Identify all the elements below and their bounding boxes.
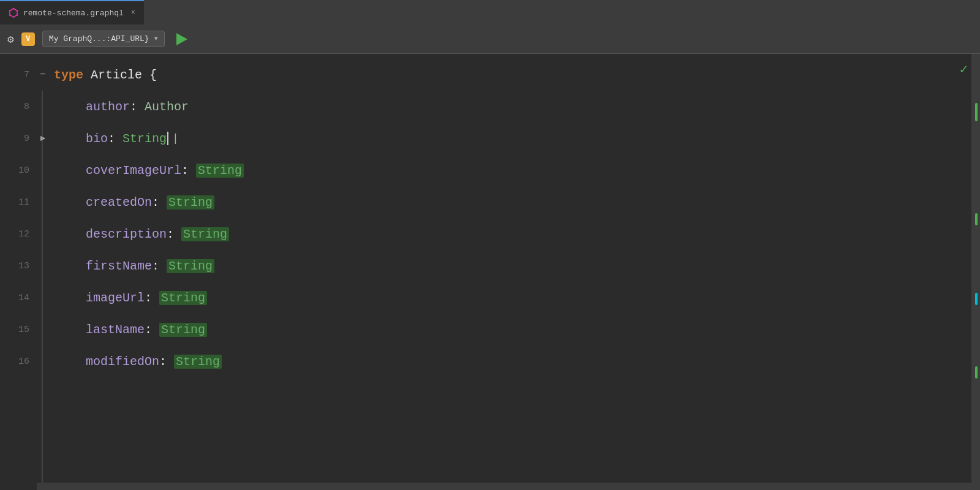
svg-point-3	[17, 14, 18, 15]
chevron-down-icon: ▼	[154, 36, 158, 42]
code-line-9: bio : String |	[49, 123, 971, 154]
text-cursor	[167, 132, 168, 145]
svg-marker-0	[10, 9, 17, 17]
tab-bar: remote-schema.graphql ×	[0, 0, 980, 24]
keyword-type: type	[54, 68, 83, 82]
type-string-imageurl: String	[159, 291, 207, 305]
fold-guide-line	[42, 91, 43, 490]
tab-filename: remote-schema.graphql	[23, 9, 124, 18]
fold-marker-7[interactable]: −	[37, 59, 49, 91]
minimap-mark-teal-1	[975, 293, 978, 305]
code-line-14: imageUrl : String	[49, 282, 971, 314]
validation-checkmark: ✓	[960, 61, 968, 78]
line-number-14: 14	[0, 282, 29, 314]
colon-16: :	[159, 355, 174, 369]
type-author-ref: Author	[145, 100, 189, 114]
minimap-mark-green-2	[975, 213, 978, 225]
field-firstname: firstName	[86, 259, 152, 273]
field-modifiedon: modifiedOn	[86, 355, 159, 369]
right-gutter: ✓	[971, 54, 980, 490]
type-string-coverimageurl: String	[196, 164, 244, 178]
fold-marker-9[interactable]: ►	[37, 123, 49, 154]
tab-close-button[interactable]: ×	[131, 9, 135, 17]
colon-10: :	[181, 164, 196, 178]
field-lastname: lastName	[86, 323, 145, 337]
colon-11: :	[152, 195, 167, 209]
editor-area: 7 8 9 10 11 12 13 14 15 16 − ► type Arti…	[0, 54, 980, 490]
field-author: author	[86, 100, 130, 114]
svg-point-2	[17, 10, 18, 11]
type-string-bio: String	[123, 132, 167, 146]
line-number-11: 11	[0, 186, 29, 218]
line-number-16: 16	[0, 345, 29, 377]
type-string-createdon: String	[167, 195, 214, 209]
code-line-7: type Article {	[49, 59, 971, 91]
fold-marker-8	[37, 91, 49, 123]
dropdown-label: My GraphQ...:API_URL}	[49, 34, 149, 43]
type-string-firstname: String	[167, 259, 214, 273]
field-bio: bio	[86, 132, 108, 146]
fold-marker-13	[37, 250, 49, 282]
fold-marker-11	[37, 186, 49, 218]
colon-9: :	[108, 132, 123, 146]
fold-marker-16	[37, 345, 49, 377]
fold-gutter: − ►	[37, 54, 49, 490]
tab-remote-schema[interactable]: remote-schema.graphql ×	[0, 0, 144, 24]
minimap-mark-green-1	[975, 103, 978, 121]
svg-point-6	[9, 10, 10, 11]
graphql-icon	[9, 8, 18, 18]
horizontal-scrollbar[interactable]	[37, 483, 971, 490]
version-badge: V	[21, 32, 35, 46]
play-icon	[176, 33, 187, 45]
type-article-name: Article {	[83, 68, 157, 82]
type-string-modifiedon: String	[174, 355, 222, 369]
toolbar: ⚙ V My GraphQ...:API_URL} ▼	[0, 24, 980, 54]
field-imageurl: imageUrl	[86, 291, 145, 305]
field-description: description	[86, 227, 167, 241]
line-number-gutter: 7 8 9 10 11 12 13 14 15 16	[0, 54, 37, 490]
wrench-icon[interactable]: ⚙	[7, 32, 14, 46]
field-createdon: createdOn	[86, 195, 152, 209]
field-coverimageurl: coverImageUrl	[86, 164, 181, 178]
line-number-8: 8	[0, 91, 29, 123]
code-line-8: author : Author	[49, 91, 971, 123]
line-number-13: 13	[0, 250, 29, 282]
fold-marker-14	[37, 282, 49, 314]
code-editor[interactable]: type Article { author : Author bio : Str…	[49, 54, 971, 490]
code-line-10: coverImageUrl : String	[49, 154, 971, 186]
code-line-16: modifiedOn : String	[49, 345, 971, 377]
type-string-lastname: String	[159, 323, 207, 337]
i-beam-cursor: |	[172, 132, 179, 145]
environment-dropdown[interactable]: My GraphQ...:API_URL} ▼	[42, 31, 165, 47]
svg-point-5	[9, 14, 10, 15]
colon-12: :	[167, 227, 181, 241]
colon-14: :	[145, 291, 159, 305]
fold-marker-10	[37, 154, 49, 186]
line-number-12: 12	[0, 218, 29, 250]
line-number-10: 10	[0, 154, 29, 186]
code-line-13: firstName : String	[49, 250, 971, 282]
line-number-9: 9	[0, 123, 29, 154]
code-line-12: description : String	[49, 218, 971, 250]
colon-13: :	[152, 259, 167, 273]
colon-15: :	[145, 323, 159, 337]
colon-8: :	[130, 100, 145, 114]
type-string-description: String	[181, 227, 229, 241]
run-button[interactable]	[172, 29, 192, 49]
fold-marker-15	[37, 314, 49, 345]
line-number-7: 7	[0, 59, 29, 91]
code-line-11: createdOn : String	[49, 186, 971, 218]
code-line-15: lastName : String	[49, 314, 971, 345]
fold-marker-12	[37, 218, 49, 250]
line-number-15: 15	[0, 314, 29, 345]
minimap-mark-green-3	[975, 366, 978, 379]
